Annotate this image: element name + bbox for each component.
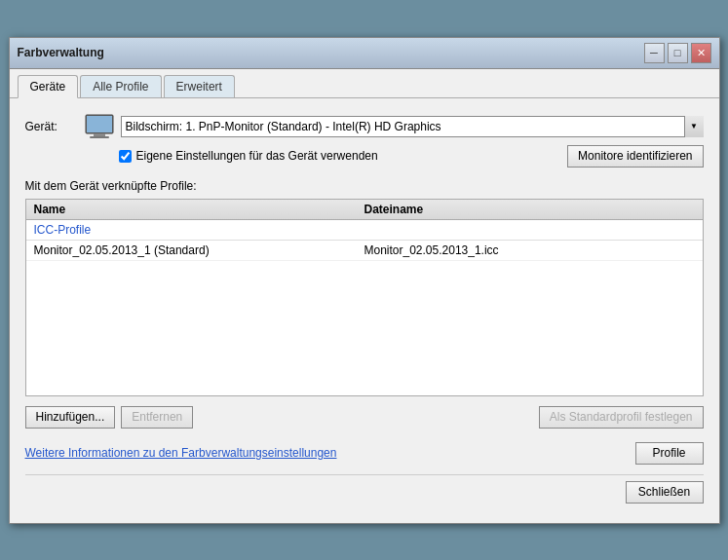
profile-table-body: ICC-Profile Monitor_02.05.2013_1 (Standa… xyxy=(26,220,703,395)
identify-monitors-button[interactable]: Monitore identifizieren xyxy=(567,145,703,168)
tab-bar: Geräte Alle Profile Erweitert xyxy=(10,69,719,98)
svg-rect-1 xyxy=(87,116,112,132)
tab-geraete[interactable]: Geräte xyxy=(18,75,79,98)
bottom-row: Weitere Informationen zu den Farbverwalt… xyxy=(25,442,704,465)
profiles-section-label: Mit dem Gerät verknüpfte Profile: xyxy=(25,179,704,193)
action-row: Hinzufügen... Entfernen Als Standardprof… xyxy=(25,406,704,429)
remove-button[interactable]: Entfernen xyxy=(121,406,193,429)
svg-rect-2 xyxy=(94,133,105,136)
device-label: Gerät: xyxy=(25,120,84,133)
profile-group-icc[interactable]: ICC-Profile xyxy=(26,220,703,241)
profile-filename: Monitor_02.05.2013_1.icc xyxy=(364,243,695,257)
table-row[interactable]: Monitor_02.05.2013_1 (Standard) Monitor_… xyxy=(26,241,703,261)
main-window: Farbverwaltung ─ □ ✕ Geräte Alle Profile… xyxy=(9,37,720,524)
add-button[interactable]: Hinzufügen... xyxy=(25,406,116,429)
tab-alle-profile[interactable]: Alle Profile xyxy=(80,75,161,97)
maximize-button[interactable]: □ xyxy=(668,43,688,63)
close-button[interactable]: ✕ xyxy=(691,43,711,63)
set-default-button[interactable]: Als Standardprofil festlegen xyxy=(539,406,704,429)
footer-row: Schließen xyxy=(25,474,704,507)
tab-erweitert[interactable]: Erweitert xyxy=(164,75,235,97)
profile-table-header: Name Dateiname xyxy=(26,200,703,220)
device-select-wrapper: Bildschirm: 1. PnP-Monitor (Standard) - … xyxy=(121,116,704,137)
profile-name: Monitor_02.05.2013_1 (Standard) xyxy=(34,243,364,257)
info-link[interactable]: Weitere Informationen zu den Farbverwalt… xyxy=(25,446,337,460)
profile-button[interactable]: Profile xyxy=(635,442,704,465)
device-select[interactable]: Bildschirm: 1. PnP-Monitor (Standard) - … xyxy=(121,116,704,137)
monitor-icon xyxy=(84,114,115,139)
own-settings-checkbox[interactable] xyxy=(119,150,132,163)
col-filename-header: Dateiname xyxy=(364,203,695,216)
profile-table: Name Dateiname ICC-Profile Monitor_02.05… xyxy=(25,199,704,396)
tab-content: Gerät: Bildschirm: 1. PnP-Monitor (Stand… xyxy=(10,98,719,523)
minimize-button[interactable]: ─ xyxy=(644,43,665,63)
window-title: Farbverwaltung xyxy=(18,46,104,59)
device-row: Gerät: Bildschirm: 1. PnP-Monitor (Stand… xyxy=(25,114,704,139)
own-settings-label: Eigene Einstellungen für das Gerät verwe… xyxy=(136,149,378,163)
title-bar: Farbverwaltung ─ □ ✕ xyxy=(10,38,719,69)
svg-rect-3 xyxy=(90,136,109,138)
col-name-header: Name xyxy=(34,203,364,216)
window-controls: ─ □ ✕ xyxy=(644,43,711,63)
schliessen-button[interactable]: Schließen xyxy=(626,481,704,504)
